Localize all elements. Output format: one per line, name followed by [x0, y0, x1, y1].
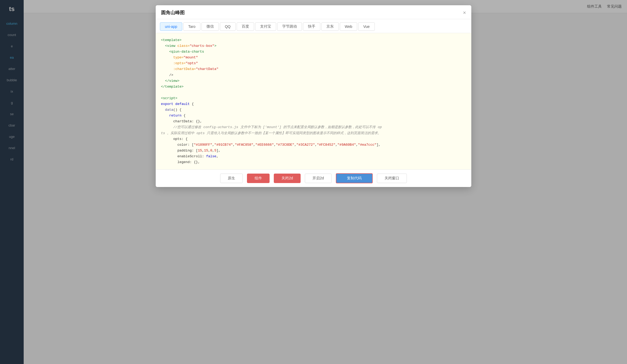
code-line-21: enableScroll: false, — [161, 154, 466, 159]
code-line-7: /> — [161, 72, 466, 78]
code-line-8: </view> — [161, 78, 466, 84]
tab-web[interactable]: Web — [340, 22, 357, 31]
code-line-3: <qiun-data-charts — [161, 49, 466, 55]
modal-header: 圆角山峰图 × — [156, 5, 471, 19]
code-line-22: legend: {}, — [161, 159, 466, 165]
tab-zhifubao[interactable]: 支付宝 — [255, 22, 276, 31]
code-line-9: </template> — [161, 84, 466, 90]
btn-component[interactable]: 组件 — [247, 174, 270, 183]
code-line-10 — [161, 90, 466, 95]
tab-kuaishou[interactable]: 快手 — [303, 22, 320, 31]
btn-close-window[interactable]: 关闭窗口 — [377, 174, 407, 183]
tab-taro[interactable]: Taro — [183, 22, 200, 31]
code-line-5: :opts="opts" — [161, 60, 466, 66]
code-line-19: color: ["#1890FF","#91CB74","#FAC858","#… — [161, 142, 466, 148]
modal-dialog: 圆角山峰图 × uni-app Taro 微信 QQ 百度 支付宝 字节跳动 快… — [156, 5, 471, 187]
tab-zijie[interactable]: 字节跳动 — [277, 22, 302, 31]
code-line-16: //您可以通过修改 config-ucharts.js 文件中下标为 ['mou… — [161, 124, 466, 130]
code-line-12: export default { — [161, 101, 466, 107]
modal-overlay: 圆角山峰图 × uni-app Taro 微信 QQ 百度 支付宝 字节跳动 快… — [0, 0, 627, 364]
tab-jingdong[interactable]: 京东 — [321, 22, 339, 31]
code-line-18: opts: { — [161, 136, 466, 142]
code-line-11: <script> — [161, 95, 466, 101]
tab-baidu[interactable]: 百度 — [237, 22, 254, 31]
code-line-4: type="mount" — [161, 55, 466, 60]
btn-close2d[interactable]: 关闭2d — [274, 174, 301, 183]
code-line-6: :chartData="chartData" — [161, 66, 466, 72]
btn-raw[interactable]: 原生 — [220, 174, 243, 183]
code-line-1: <template> — [161, 37, 466, 43]
modal-close-button[interactable]: × — [463, 10, 466, 15]
modal-footer: 原生 组件 关闭2d 开启2d 复制代码 关闭窗口 — [156, 169, 471, 187]
tab-uni-app[interactable]: uni-app — [160, 22, 182, 31]
code-line-17: ts 。实际应用过程中 opts 只需传入与全局默认参数中不一致的【某一个属性】… — [161, 130, 466, 136]
tab-vue[interactable]: Vue — [358, 22, 375, 31]
btn-open2d[interactable]: 开启2d — [305, 174, 332, 183]
code-line-15: chartData: {}, — [161, 119, 466, 124]
code-line-13: data() { — [161, 107, 466, 113]
tab-weixin[interactable]: 微信 — [201, 22, 219, 31]
tabs-row: uni-app Taro 微信 QQ 百度 支付宝 字节跳动 快手 京东 Web… — [156, 19, 471, 33]
code-line-14: return { — [161, 113, 466, 119]
modal-title: 圆角山峰图 — [161, 9, 185, 16]
code-line-20: padding: [15,15,0,5], — [161, 148, 466, 154]
tab-qq[interactable]: QQ — [220, 22, 236, 31]
btn-copy-code[interactable]: 复制代码 — [336, 173, 373, 183]
code-display-area[interactable]: <template> <view class="charts-box"> <qi… — [156, 33, 471, 169]
code-line-2: <view class="charts-box"> — [161, 43, 466, 49]
